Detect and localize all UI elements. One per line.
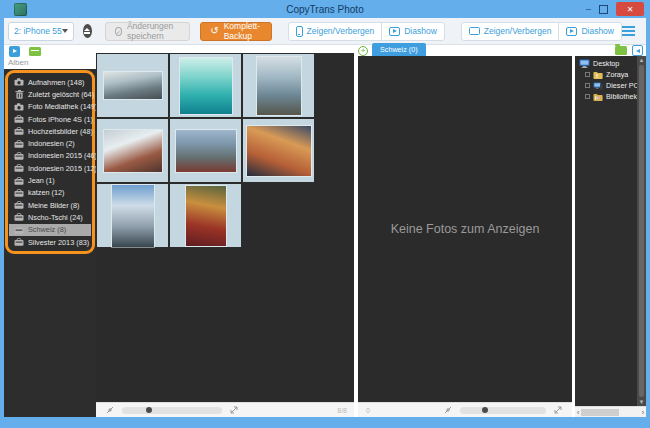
album-item[interactable]: Schweiz (8) <box>9 224 91 236</box>
tree-item-dieser-pc[interactable]: Dieser PC <box>575 80 637 91</box>
album-item[interactable]: Indonesien (2) <box>9 137 91 149</box>
photo-thumbnail-sailboats-on-lake[interactable] <box>257 57 301 115</box>
open-folder-icon[interactable] <box>615 46 627 55</box>
album-label: Nscho-Tschi (24) <box>28 213 83 222</box>
trash-icon <box>14 90 24 99</box>
scroll-up-icon[interactable]: ▲ <box>639 57 645 63</box>
phone-icon <box>296 26 303 37</box>
add-album-icon[interactable] <box>29 47 41 56</box>
empty-photo-area: Keine Fotos zum Anzeigen <box>358 56 572 402</box>
pc-show-hide-button[interactable]: Zeigen/Verbergen <box>462 23 559 40</box>
photo-cell[interactable] <box>97 184 168 247</box>
album-item[interactable]: Fotos iPhone 4S (1) <box>9 113 91 125</box>
save-changes-label: Änderungen speichern <box>127 21 180 41</box>
album-label: Fotos iPhone 4S (1) <box>28 115 93 124</box>
album-label: Silvester 2013 (83) <box>28 238 89 247</box>
tree-item-bibliotheken[interactable]: Bibliotheken <box>575 91 637 102</box>
tree-item-zoraya[interactable]: Zoraya <box>575 69 637 80</box>
device-select[interactable]: 2: iPhone 55 <box>8 22 74 41</box>
photo-cell[interactable] <box>170 54 241 117</box>
window-title: CopyTrans Photo <box>0 4 650 15</box>
eject-device-button[interactable] <box>83 24 92 38</box>
scrollbar-thumb[interactable] <box>581 409 619 416</box>
zoom-out-icon[interactable] <box>444 406 452 414</box>
slider-handle[interactable] <box>146 407 152 413</box>
tree-item-desktop[interactable]: Desktop <box>575 58 637 69</box>
album-item[interactable]: Indonesien 2015 (46) <box>9 150 91 162</box>
expand-icon[interactable] <box>585 94 590 99</box>
photo-cell[interactable] <box>97 119 168 182</box>
save-changes-button[interactable]: ✓ Änderungen speichern <box>105 22 190 41</box>
scroll-down-icon[interactable]: ▼ <box>639 399 645 405</box>
tree-item-label: Dieser PC <box>606 81 637 90</box>
device-panel-bottom-bar: 8/8 <box>96 402 354 417</box>
photo-grid <box>97 54 316 247</box>
album-icon <box>14 213 24 221</box>
photo-cell[interactable] <box>170 184 241 247</box>
photo-thumbnail-teal-sea-with-buoys[interactable] <box>180 58 232 114</box>
photo-cell[interactable] <box>170 119 241 182</box>
scrollbar-thumb[interactable] <box>639 65 644 397</box>
thumbnail-size-slider[interactable] <box>122 407 222 414</box>
album-item[interactable]: katzen (12) <box>9 187 91 199</box>
album-label: Zuletzt gelöscht (64) <box>28 90 94 99</box>
play-slideshow-icon[interactable] <box>9 46 20 57</box>
empty-message: Keine Fotos zum Anzeigen <box>391 222 540 236</box>
close-button[interactable]: ✕ <box>616 2 644 16</box>
menu-button[interactable] <box>622 26 635 36</box>
backup-restore-icon: ↺ <box>210 26 218 36</box>
zoom-in-icon[interactable] <box>230 406 238 414</box>
photo-cell[interactable] <box>243 54 314 117</box>
photo-thumbnail-harbor-pier-with-boats[interactable] <box>104 72 162 99</box>
slider-handle[interactable] <box>482 407 488 413</box>
full-backup-button[interactable]: ↺ Komplett-Backup <box>200 22 271 41</box>
album-label: Meine Bilder (8) <box>28 201 80 210</box>
album-item[interactable]: Jean (1) <box>9 174 91 186</box>
main-area: Alben Aufnahmen (148)Zuletzt gelöscht (6… <box>4 45 646 417</box>
tree-horizontal-scrollbar[interactable]: ‹ › <box>575 406 646 417</box>
scroll-right-icon[interactable]: › <box>640 409 646 416</box>
album-item[interactable]: Indonesien 2015 (12) <box>9 162 91 174</box>
photo-thumbnail-sunset-from-boat[interactable] <box>247 126 311 176</box>
photo-thumbnail-cat-by-fireplace[interactable] <box>186 186 226 246</box>
photo-count: 0 <box>366 407 370 414</box>
device-slideshow-button[interactable]: Diashow <box>381 23 444 40</box>
chevron-down-icon <box>62 29 68 33</box>
albums-section-label: Alben <box>4 57 96 69</box>
album-item[interactable]: Silvester 2013 (83) <box>9 236 91 248</box>
maximize-button[interactable] <box>599 5 608 14</box>
album-item[interactable]: Nscho-Tschi (24) <box>9 211 91 223</box>
album-item[interactable]: Foto Mediathek (149) <box>9 101 91 113</box>
tree-vertical-scrollbar[interactable]: ▲ ▼ <box>637 56 646 406</box>
collapse-panel-button[interactable] <box>632 45 643 56</box>
device-show-hide-button[interactable]: Zeigen/Verbergen <box>289 23 382 40</box>
album-label: Indonesien (2) <box>28 139 75 148</box>
album-item[interactable]: Hochzeitsbilder (48) <box>9 125 91 137</box>
album-item[interactable]: Zuletzt gelöscht (64) <box>9 88 91 100</box>
slideshow-icon <box>566 27 577 36</box>
photo-thumbnail-sky-lake-chalet[interactable] <box>112 185 154 247</box>
expand-icon[interactable] <box>585 83 590 88</box>
album-panel: Aufnahmen (148)Zuletzt gelöscht (64)Foto… <box>4 69 96 417</box>
pc-slideshow-button[interactable]: Diashow <box>558 23 621 40</box>
photo-thumbnail-red-motorcycle-mountains[interactable] <box>176 130 236 172</box>
album-label: Indonesien 2015 (46) <box>28 151 97 160</box>
album-item[interactable]: Aufnahmen (148) <box>9 76 91 88</box>
photo-count: 8/8 <box>337 407 347 414</box>
thumbnail-size-slider[interactable] <box>460 407 546 414</box>
zoom-in-icon[interactable] <box>554 406 562 414</box>
album-icon <box>14 164 24 172</box>
album-label: Foto Mediathek (149) <box>28 102 97 111</box>
photo-thumbnail-person-red-jacket-lakeside[interactable] <box>104 130 162 172</box>
photo-cell[interactable] <box>97 54 168 117</box>
add-tab-icon[interactable]: + <box>358 46 368 56</box>
album-item[interactable]: Meine Bilder (8) <box>9 199 91 211</box>
album-label: Aufnahmen (148) <box>28 78 84 87</box>
minimize-button[interactable]: – <box>586 4 591 14</box>
photo-cell[interactable] <box>243 119 314 182</box>
zoom-out-icon[interactable] <box>106 406 114 414</box>
expand-icon[interactable] <box>585 72 590 77</box>
tab-schweiz[interactable]: Schweiz (0) <box>372 43 426 56</box>
device-photo-panel: 8/8 <box>96 45 354 417</box>
slideshow-icon <box>389 27 400 36</box>
